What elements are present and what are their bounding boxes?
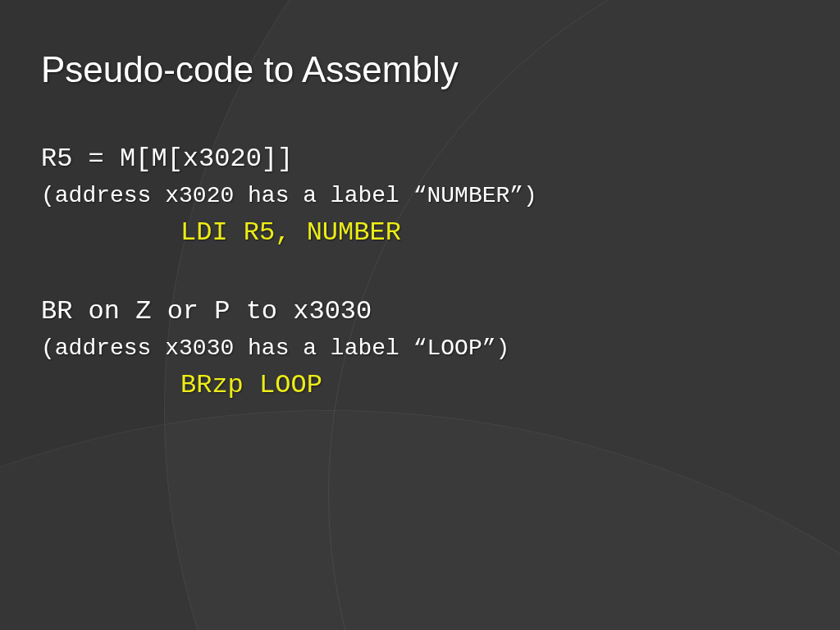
assembly-line: LDI R5, NUMBER	[41, 213, 799, 253]
pseudo-line: BR on Z or P to x3030	[41, 292, 799, 331]
pseudo-note: (address x3020 has a label “NUMBER”)	[41, 179, 799, 213]
pseudo-note: (address x3030 has a label “LOOP”)	[41, 331, 799, 366]
slide: Pseudo-code to Assembly R5 = M[M[x3020]]…	[0, 0, 840, 630]
pseudo-line: R5 = M[M[x3020]]	[41, 139, 799, 179]
assembly-line: BRzp LOOP	[41, 366, 799, 405]
slide-body: R5 = M[M[x3020]] (address x3020 has a la…	[41, 139, 799, 405]
spacer	[41, 253, 799, 292]
slide-title: Pseudo-code to Assembly	[41, 49, 459, 90]
